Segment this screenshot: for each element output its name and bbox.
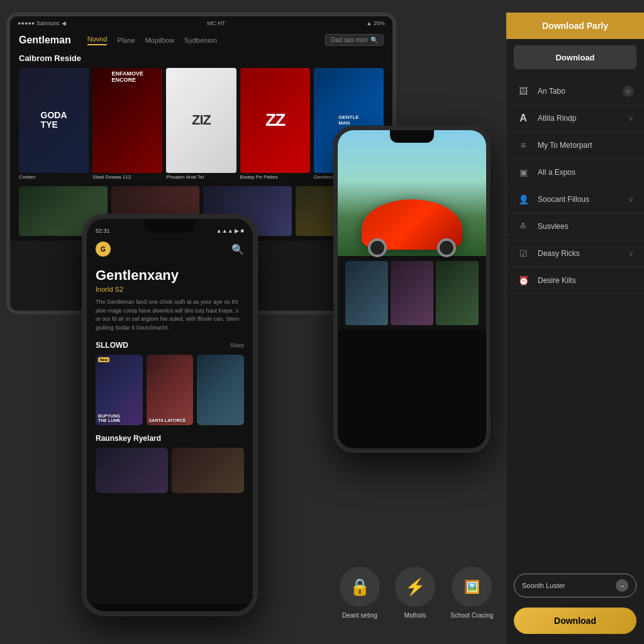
phone-right-content: [338, 256, 486, 330]
bottom-icon-screen[interactable]: 🖼️ Schoot Cracing: [450, 567, 493, 619]
list-icon: ≡: [516, 138, 530, 152]
person-icon: 👤: [516, 192, 530, 206]
tablet-movie-grid: GODATYE Corben ENFAMOVEENCORE Sladt Doaw…: [19, 68, 384, 180]
tablet-logo: Gentleman: [19, 35, 71, 46]
chevron-down-icon: ∨: [628, 249, 634, 258]
image-icon: 🖼: [516, 84, 530, 98]
list-item[interactable]: [172, 448, 244, 493]
launch-button[interactable]: Soonth Luster →: [514, 574, 636, 597]
section1-header: SLLOWD Sluey: [96, 341, 244, 350]
section1-title: SLLOWD: [96, 341, 128, 350]
list-item[interactable]: New BUPYUNGTHE LUME: [96, 355, 143, 425]
list-item[interactable]: [391, 261, 433, 325]
sidebar-item-susvlees[interactable]: ≛ Susvlees: [506, 213, 644, 240]
sidebar-panel: Download Parly Download 🖼 An Tabo ⊙ A At…: [506, 13, 644, 644]
phone-main-title: Gentlenxany: [96, 268, 244, 283]
sidebar-header-title: Download Parly: [542, 21, 608, 31]
clock-icon: ⏰: [516, 274, 530, 287]
tablet-statusbar: ●●●●● Samsunc ◀ MC HT ▲ 25%: [10, 16, 392, 30]
sidebar-item-antabo[interactable]: 🖼 An Tabo ⊙: [506, 78, 644, 105]
bottom-icon-lock[interactable]: 🔒 Deant seting: [340, 567, 380, 619]
filter-icon: ≛: [516, 219, 530, 233]
tablet-nav-novnd[interactable]: Novnd: [87, 35, 108, 45]
list-item[interactable]: ZIZ Phoalen Anat Tel: [166, 68, 236, 180]
list-item[interactable]: SANTA LAFORCE: [147, 355, 194, 425]
lock-icon: 🔒: [340, 567, 380, 607]
tablet-search[interactable]: Dad sas mon 🔍: [325, 34, 384, 46]
bolt-icon: ⚡: [395, 567, 435, 607]
grid-icon: ▣: [516, 165, 530, 179]
sidebar-items: 🖼 An Tabo ⊙ A Atlita Rindp ∨ ≡ My To Met…: [506, 75, 644, 569]
text-icon: A: [516, 111, 530, 125]
phone-header: G 🔍: [87, 236, 253, 262]
tablet-nav-mopilbow[interactable]: Mopilbow: [145, 36, 174, 44]
arrow-right-icon: →: [616, 579, 628, 592]
section1-see-all[interactable]: Sluey: [230, 342, 244, 348]
phone-right-device: [333, 126, 491, 453]
phone-notch: [145, 219, 195, 233]
list-item[interactable]: GODATYE Corben: [19, 68, 89, 180]
tablet-nav: Gentleman Novnd Plane Mopilbow Sydbenion…: [10, 30, 392, 48]
sidebar-item-atlita[interactable]: A Atlita Rindp ∨: [506, 105, 644, 132]
list-item[interactable]: ZZ Badep Pe Pattes: [240, 68, 310, 180]
app-logo: G: [96, 242, 111, 257]
search-icon[interactable]: 🔍: [231, 243, 244, 255]
car-shape: [362, 199, 462, 250]
phone-right-grid: [345, 261, 479, 325]
list-item[interactable]: [197, 355, 244, 425]
tablet-nav-plane[interactable]: Plane: [117, 36, 135, 44]
list-item[interactable]: [345, 261, 388, 325]
cta-download-button[interactable]: Download: [514, 608, 636, 634]
download-button[interactable]: Download: [514, 45, 636, 69]
sidebar-item-soocant[interactable]: 👤 Soocant Fillous ∨: [506, 186, 644, 213]
screen-icon: 🖼️: [452, 567, 492, 607]
phone-subtitle: Inorld S2: [96, 286, 244, 293]
car-image: [338, 130, 486, 256]
wheel-right: [437, 238, 456, 257]
search-icon: 🔍: [370, 36, 378, 43]
tablet-nav-sydbenion[interactable]: Sydbenion: [184, 36, 217, 44]
phone-description: The Gentleman land one chiok outh at as …: [96, 298, 244, 332]
list-item[interactable]: [436, 261, 479, 325]
sidebar-item-deasy[interactable]: ☑ Deasy Ricks ∨: [506, 240, 644, 267]
tablet-section-title: Calbrom Reside: [19, 53, 384, 63]
badge: ⊙: [623, 86, 634, 97]
check-icon: ☑: [516, 247, 530, 260]
sidebar-item-allexpos[interactable]: ▣ All a Expos: [506, 159, 644, 186]
bottom-icon-bolt[interactable]: ⚡ Msthols: [395, 567, 435, 619]
list-item[interactable]: ENFAMOVEENCORE Sladt Doawa 112: [92, 68, 162, 180]
sidebar-item-desire[interactable]: ⏰ Desire Kilts: [506, 267, 644, 294]
phone-right-notch: [390, 130, 434, 143]
section2-title: Raunskey Ryelard: [96, 434, 244, 443]
sidebar-item-myto[interactable]: ≡ My To Metorpart: [506, 132, 644, 159]
phone-movie-grid: New BUPYUNGTHE LUME SANTA LAFORCE: [96, 355, 244, 425]
chevron-down-icon: ∨: [628, 114, 634, 123]
list-item[interactable]: [96, 448, 168, 493]
chevron-down-icon: ∨: [628, 195, 634, 204]
sidebar-header: Download Parly: [506, 13, 644, 39]
phone-content: Gentlenxany Inorld S2 The Gentleman land…: [87, 262, 253, 604]
phone-left-device: 52:31 ▲▲▲ ▶ ■ G 🔍 Gentlenxany Inorld S2 …: [82, 214, 258, 616]
wheel-left: [368, 238, 387, 257]
phone-row2: [96, 448, 244, 493]
